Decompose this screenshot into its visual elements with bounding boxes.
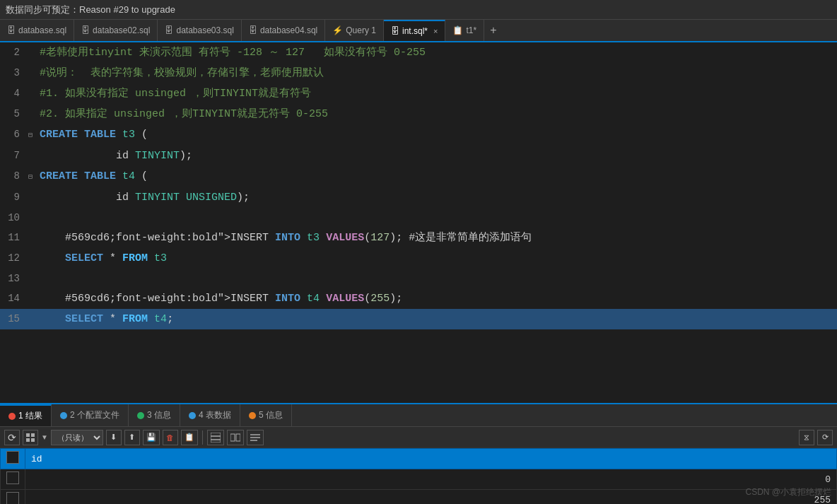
svg-rect-0 (26, 433, 30, 437)
copy-btn[interactable]: 📋 (181, 430, 198, 445)
db-icon: 🗄 (7, 25, 16, 35)
result-tab-label: 5 信息 (259, 409, 283, 421)
tab-int-sql[interactable]: 🗄int.sql*× (384, 20, 445, 41)
import-btn[interactable]: ⬇ (106, 430, 122, 445)
grid-icon (26, 433, 35, 442)
title-text: 数据同步可预定：Reason #29 to upgrade (6, 4, 175, 16)
tab-database-sql[interactable]: 🗄database.sql (0, 20, 74, 41)
separator (202, 430, 203, 445)
table-container: id0255 (0, 448, 837, 504)
line-content: #2. 如果指定 unsinged ，则TINYINT就是无符号 0-255 (38, 105, 837, 124)
watermark: CSDN @小袁拒绝摆烂 (745, 486, 831, 498)
line-number: 2 (0, 42, 28, 62)
dropdown-arrow[interactable]: ▼ (41, 433, 48, 441)
form-view-btn[interactable] (227, 430, 244, 445)
line-content: #说明： 表的字符集，校验规则，存储引擎，老师使用默认 (38, 64, 837, 83)
code-line-15: 15 SELECT * FROM t4; (0, 309, 837, 329)
table-icon (211, 433, 221, 443)
tab-config-2[interactable]: 2 个配置文件 (52, 404, 129, 426)
table-row: 0 (1, 469, 837, 490)
tab-label: t1* (466, 25, 476, 35)
result-tab-label: 3 信息 (147, 409, 171, 421)
line-content: SELECT * FROM t3 (38, 249, 837, 269)
tab-database02-sql[interactable]: 🗄database02.sql (74, 20, 158, 41)
table-icon: 📋 (452, 25, 463, 35)
column-header-1[interactable]: id (25, 449, 837, 469)
svg-rect-2 (26, 438, 30, 442)
tab-result-1[interactable]: 1 结果 (0, 404, 52, 426)
line-number: 13 (0, 269, 28, 288)
column-header-0[interactable] (1, 449, 25, 469)
line-content: CREATE TABLE t4 ( (38, 167, 837, 187)
fold-icon[interactable]: ⊟ (28, 126, 38, 146)
code-line-13: 13 (0, 269, 837, 288)
tab-bar: 🗄database.sql🗄database02.sql🗄database03.… (0, 20, 837, 42)
delete-btn[interactable]: 🗑 (163, 430, 178, 445)
result-tab-bar: 1 结果2 个配置文件3 信息4 表数据5 信息 (0, 404, 837, 427)
tab-close-button[interactable]: × (433, 27, 438, 35)
line-content: #569cd6;font-weight:bold">INSERT INTO t4… (38, 289, 837, 309)
grid-btn[interactable] (23, 430, 38, 445)
result-tab-dot (60, 412, 67, 419)
svg-rect-5 (211, 436, 221, 440)
code-line-8: 8⊟CREATE TABLE t4 ( (0, 166, 837, 187)
tab-info-3[interactable]: 3 信息 (129, 404, 180, 426)
filter-btn[interactable]: ⧖ (799, 430, 814, 445)
readonly-select[interactable]: （只读） (51, 430, 103, 445)
result-tab-dot (8, 413, 16, 420)
text-view-btn[interactable] (247, 430, 264, 445)
svg-rect-8 (236, 434, 240, 441)
line-number: 3 (0, 63, 28, 83)
svg-rect-3 (31, 438, 35, 442)
svg-rect-1 (31, 433, 35, 437)
save-btn[interactable]: 💾 (143, 430, 160, 445)
tab-table-4[interactable]: 4 表数据 (180, 404, 240, 426)
row-checkbox-1[interactable] (1, 490, 25, 505)
row-checkbox-0[interactable] (1, 469, 25, 490)
refresh-btn[interactable]: ⟳ (4, 430, 20, 445)
svg-rect-4 (211, 433, 221, 436)
db-icon: 🗄 (165, 25, 173, 35)
line-content: #1. 如果没有指定 unsinged ，则TINYINT就是有符号 (38, 84, 837, 104)
code-line-3: 3#说明： 表的字符集，校验规则，存储引擎，老师使用默认 (0, 63, 837, 83)
refresh2-btn[interactable]: ⟳ (817, 430, 833, 445)
code-editor[interactable]: 2#老韩使用tinyint 来演示范围 有符号 -128 ～ 127 如果没有符… (0, 42, 837, 403)
export-btn[interactable]: ⬆ (124, 430, 140, 445)
table-row: 255 (1, 490, 837, 505)
toolbar-right: ⧖ ⟳ (799, 430, 833, 445)
code-line-2: 2#老韩使用tinyint 来演示范围 有符号 -128 ～ 127 如果没有符… (0, 42, 837, 63)
tab-label: Query 1 (346, 25, 376, 35)
line-content: SELECT * FROM t4; (38, 310, 837, 329)
select-all-checkbox[interactable] (6, 451, 19, 464)
line-content: #老韩使用tinyint 来演示范围 有符号 -128 ～ 127 如果没有符号… (38, 43, 837, 63)
fold-icon[interactable]: ⊟ (28, 168, 38, 187)
table-view-btn[interactable] (207, 430, 224, 445)
result-tab-dot (249, 412, 256, 419)
line-content: CREATE TABLE t3 ( (38, 125, 837, 145)
result-tab-label: 1 结果 (18, 410, 42, 422)
row-checkbox[interactable] (6, 471, 19, 484)
code-line-14: 14 #569cd6;font-weight:bold">INSERT INTO… (0, 288, 837, 309)
line-content: #569cd6;font-weight:bold">INSERT INTO t3… (38, 228, 837, 248)
line-number: 5 (0, 104, 28, 124)
tab-label: database02.sql (93, 25, 150, 35)
row-checkbox[interactable] (6, 492, 19, 504)
result-tab-label: 2 个配置文件 (70, 409, 119, 421)
add-tab-button[interactable]: + (484, 20, 502, 41)
line-content: id TINYINT UNSIGNED); (38, 188, 837, 208)
form-icon (230, 433, 240, 443)
code-line-6: 6⊟CREATE TABLE t3 ( (0, 124, 837, 146)
tab-t1[interactable]: 📋t1* (445, 20, 484, 41)
tab-info-5[interactable]: 5 信息 (240, 404, 292, 426)
tab-database04-sql[interactable]: 🗄database04.sql (242, 20, 325, 41)
code-line-11: 11 #569cd6;font-weight:bold">INSERT INTO… (0, 228, 837, 248)
tab-query1[interactable]: ⚡Query 1 (325, 20, 384, 41)
svg-rect-7 (230, 434, 235, 441)
line-number: 7 (0, 146, 28, 165)
result-tab-dot (189, 412, 196, 419)
line-number: 11 (0, 228, 28, 247)
line-number: 6 (0, 124, 28, 144)
tab-database03-sql[interactable]: 🗄database03.sql (158, 20, 241, 41)
code-line-12: 12 SELECT * FROM t3 (0, 248, 837, 269)
tab-label: int.sql* (402, 26, 428, 36)
